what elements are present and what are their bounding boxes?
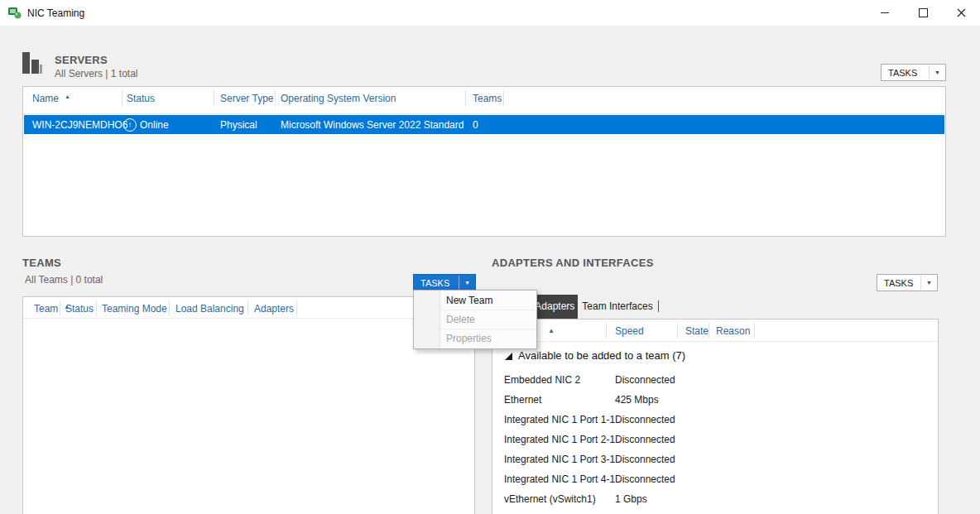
teams-table: Team▲ Status Teaming Mode Load Balancing… — [22, 296, 475, 514]
minimize-icon — [881, 12, 889, 13]
teams-section-subtitle: All Teams | 0 total — [25, 274, 103, 286]
maximize-button[interactable] — [904, 0, 942, 26]
adapter-group-row[interactable]: Available to be added to a team (7) — [493, 342, 937, 369]
column-header-name[interactable]: Name▲ — [32, 93, 70, 104]
chevron-down-icon: ▼ — [930, 70, 945, 75]
column-header-speed[interactable]: Speed — [615, 325, 644, 337]
column-header-status[interactable]: Status — [127, 93, 155, 104]
adapter-name: Integrated NIC 1 Port 4-1 — [504, 469, 615, 489]
adapter-speed: Disconnected — [615, 370, 675, 390]
column-header-reason[interactable]: Reason — [716, 325, 750, 337]
servers-icon — [22, 52, 42, 77]
column-separator — [754, 323, 755, 339]
tasks-context-menu: New Team Delete Properties — [413, 290, 537, 349]
adapter-group-label: Available to be added to a team (7) — [518, 349, 685, 362]
adapter-speed: Disconnected — [615, 469, 675, 489]
server-status: Online — [140, 119, 169, 131]
server-row-selected[interactable]: WIN-2CJ9NEMDHO6 ↑ Online Physical Micros… — [24, 115, 944, 134]
adapter-speed: 425 Mbps — [615, 390, 659, 410]
column-separator — [296, 300, 297, 316]
adapters-section-title: ADAPTERS AND INTERFACES — [492, 257, 654, 269]
adapter-name: Integrated NIC 1 Port 1-1 — [504, 410, 615, 430]
column-separator — [214, 90, 214, 106]
adapter-speed: Disconnected — [615, 430, 675, 449]
servers-section-title: SERVERS — [55, 54, 108, 66]
column-separator — [169, 300, 170, 316]
teams-section-title: TEAMS — [22, 257, 61, 269]
column-header-status[interactable]: Status — [65, 303, 94, 315]
column-header-teaming-mode[interactable]: Teaming Mode — [102, 303, 167, 315]
teams-tasks-button-active[interactable]: TASKS ▼ — [413, 274, 476, 291]
adapter-name: Integrated NIC 1 Port 2-1 — [504, 430, 615, 449]
header-underline — [23, 318, 474, 319]
adapter-row[interactable]: Integrated NIC 1 Port 4-1 Disconnected — [493, 469, 937, 489]
chevron-down-icon: ▼ — [921, 280, 937, 286]
adapters-tasks-button[interactable]: TASKS ▼ — [877, 274, 938, 291]
column-separator — [709, 323, 709, 339]
tasks-label: TASKS — [414, 278, 459, 288]
column-header-teams[interactable]: Teams — [473, 93, 502, 104]
adapter-row[interactable]: vEthernet (vSwitch1) 1 Gbps — [493, 489, 937, 509]
nic-teaming-window: NIC Teaming SERVERS All Servers | 1 tota… — [0, 0, 980, 514]
tasks-label: TASKS — [877, 278, 920, 288]
adapter-name: Ethernet — [504, 390, 541, 410]
column-separator — [606, 323, 607, 339]
maximize-icon — [919, 8, 928, 17]
tab-separator — [658, 300, 659, 312]
column-header-os-version[interactable]: Operating System Version — [281, 93, 396, 104]
servers-tasks-button[interactable]: TASKS ▼ — [881, 64, 946, 81]
server-name: WIN-2CJ9NEMDHO6 — [32, 119, 127, 131]
column-separator — [60, 300, 60, 316]
adapter-name: Integrated NIC 1 Port 3-1 — [504, 449, 615, 469]
adapter-row[interactable]: Integrated NIC 1 Port 3-1 Disconnected — [493, 449, 937, 469]
titlebar: NIC Teaming — [0, 0, 980, 26]
column-separator — [96, 300, 97, 316]
close-button[interactable] — [942, 0, 980, 26]
menu-item-properties: Properties — [415, 329, 536, 348]
servers-section-subtitle: All Servers | 1 total — [55, 68, 138, 79]
column-separator — [503, 90, 504, 106]
sort-ascending-icon: ▲ — [548, 327, 555, 334]
chevron-down-icon: ▼ — [459, 280, 475, 286]
adapter-speed: Disconnected — [615, 449, 675, 469]
adapter-row[interactable]: Embedded NIC 2 Disconnected — [493, 370, 937, 390]
adapter-row[interactable]: Integrated NIC 1 Port 1-1 Disconnected — [493, 410, 937, 430]
column-header-name-label: Name — [32, 93, 59, 104]
nic-teaming-app-icon — [7, 6, 22, 20]
adapters-table: ▲ Speed State Reason Available to be add… — [492, 319, 939, 514]
server-os-version: Microsoft Windows Server 2022 Standard — [281, 119, 464, 131]
menu-item-delete: Delete — [415, 310, 536, 329]
server-teams-count: 0 — [473, 119, 478, 131]
window-title: NIC Teaming — [27, 7, 84, 19]
header-underline — [23, 113, 945, 114]
column-separator — [247, 300, 248, 316]
adapter-name: vEthernet (vSwitch1) — [504, 489, 596, 509]
column-header-load-balancing[interactable]: Load Balancing — [175, 303, 244, 315]
column-header-server-type[interactable]: Server Type — [220, 93, 273, 104]
adapter-name: Embedded NIC 2 — [504, 370, 580, 390]
status-online-icon: ↑ — [123, 118, 137, 132]
column-separator — [677, 323, 678, 339]
server-type: Physical — [220, 119, 257, 131]
expand-collapse-icon — [505, 353, 512, 360]
minimize-button[interactable] — [866, 0, 904, 26]
sort-ascending-icon: ▲ — [65, 94, 70, 99]
column-header-team[interactable]: Team▲ — [34, 303, 70, 315]
tab-team-interfaces[interactable]: Team Interfaces — [579, 295, 656, 319]
adapter-row[interactable]: Integrated NIC 1 Port 2-1 Disconnected — [493, 430, 937, 449]
adapter-speed: Disconnected — [615, 410, 675, 430]
close-icon — [957, 8, 966, 17]
tasks-label: TASKS — [882, 68, 929, 78]
menu-item-new-team[interactable]: New Team — [415, 291, 536, 310]
column-separator — [465, 90, 466, 106]
column-separator — [122, 90, 122, 106]
column-header-team-label: Team — [34, 303, 58, 315]
adapter-row[interactable]: Ethernet 425 Mbps — [493, 390, 937, 410]
column-separator — [275, 90, 276, 106]
column-header-adapters[interactable]: Adapters — [254, 303, 294, 315]
column-header-state[interactable]: State — [685, 325, 709, 337]
servers-table: Name▲ Status Server Type Operating Syste… — [22, 86, 946, 237]
adapter-speed: 1 Gbps — [615, 489, 647, 509]
